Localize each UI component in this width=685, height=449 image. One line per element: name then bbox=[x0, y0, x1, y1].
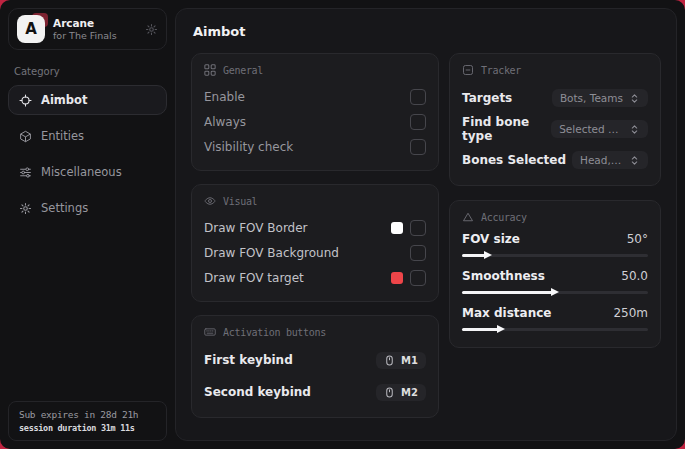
row-label: Second keybind bbox=[204, 385, 311, 399]
first-keybind-button[interactable]: M1 bbox=[376, 352, 426, 369]
sidebar-item-label: Miscellaneous bbox=[41, 165, 122, 179]
category-label: Category bbox=[14, 66, 161, 77]
fov-background-checkbox[interactable] bbox=[410, 245, 426, 261]
gear-icon bbox=[19, 202, 32, 215]
sliders-icon bbox=[19, 166, 32, 179]
content-columns: General Enable Always Visibility check bbox=[191, 53, 661, 418]
tracker-card-title: Tracker bbox=[481, 65, 521, 76]
general-card-header: General bbox=[204, 64, 426, 76]
visual-row-fov-background: Draw FOV Background bbox=[204, 241, 426, 264]
sidebar-item-aimbot[interactable]: Aimbot bbox=[8, 85, 167, 115]
slider-label: FOV size bbox=[462, 232, 520, 246]
activation-buttons-card: Activation buttons First keybind M1 bbox=[191, 315, 439, 418]
app-name: Arcane bbox=[53, 17, 117, 30]
dropdown-value: Selected bone bbox=[559, 123, 623, 135]
always-checkbox[interactable] bbox=[410, 114, 426, 130]
fov-border-color-swatch[interactable] bbox=[391, 222, 403, 234]
row-label: Draw FOV target bbox=[204, 271, 304, 285]
dropdown-value: Head, Neck, Body, Pe.. bbox=[580, 154, 623, 166]
enable-checkbox[interactable] bbox=[410, 89, 426, 105]
visual-row-fov-target: Draw FOV target bbox=[204, 266, 426, 289]
mouse-icon bbox=[384, 355, 395, 366]
max-distance-slider[interactable] bbox=[462, 328, 648, 331]
crosshair-icon bbox=[19, 94, 32, 107]
row-label: Visibility check bbox=[204, 140, 293, 154]
sidebar-item-label: Settings bbox=[41, 201, 88, 215]
targets-dropdown[interactable]: Bots, Teams bbox=[552, 89, 648, 107]
slider-fill bbox=[462, 291, 555, 294]
row-label: Targets bbox=[462, 91, 512, 105]
bones-selected-row: Bones Selected Head, Neck, Body, Pe.. bbox=[462, 147, 648, 173]
targets-row: Targets Bots, Teams bbox=[462, 85, 648, 111]
fov-border-checkbox[interactable] bbox=[410, 220, 426, 236]
logo-letter: A bbox=[17, 15, 45, 43]
visual-card-header: Visual bbox=[204, 195, 426, 207]
accuracy-card: Accuracy FOV size 50° bbox=[449, 200, 661, 348]
sidebar-item-miscellaneous[interactable]: Miscellaneous bbox=[8, 157, 167, 187]
max-distance-value: 250m bbox=[613, 306, 648, 320]
general-row-always: Always bbox=[204, 110, 426, 133]
accuracy-card-header: Accuracy bbox=[462, 211, 648, 223]
slider-thumb[interactable] bbox=[484, 251, 492, 259]
bones-selected-dropdown[interactable]: Head, Neck, Body, Pe.. bbox=[572, 151, 648, 169]
app-window: A Arcane for The Finals Category bbox=[0, 0, 685, 449]
triangle-icon bbox=[462, 211, 474, 223]
chevrons-up-down-icon bbox=[629, 93, 640, 104]
second-keybind-button[interactable]: M2 bbox=[376, 384, 426, 401]
eye-icon bbox=[204, 195, 216, 207]
row-label: Enable bbox=[204, 90, 245, 104]
app-logo: A bbox=[17, 15, 45, 43]
sidebar-item-label: Entities bbox=[41, 129, 84, 143]
brand-card: A Arcane for The Finals bbox=[8, 8, 167, 50]
activation-card-header: Activation buttons bbox=[204, 326, 426, 338]
left-column: General Enable Always Visibility check bbox=[191, 53, 439, 418]
second-keybind-row: Second keybind M2 bbox=[204, 379, 426, 405]
app-subtitle: for The Finals bbox=[53, 30, 117, 42]
visual-card-title: Visual bbox=[223, 196, 257, 207]
fov-target-color-swatch[interactable] bbox=[391, 272, 403, 284]
visibility-check-checkbox[interactable] bbox=[410, 139, 426, 155]
slider-thumb[interactable] bbox=[497, 325, 505, 333]
page-title: Aimbot bbox=[193, 24, 661, 39]
sidebar-item-settings[interactable]: Settings bbox=[8, 193, 167, 223]
subscription-info: Sub expires in 28d 21h session duration … bbox=[8, 401, 167, 441]
row-label: Bones Selected bbox=[462, 153, 566, 167]
mouse-icon bbox=[384, 387, 395, 398]
sidebar: A Arcane for The Finals Category bbox=[0, 0, 175, 449]
general-card-title: General bbox=[223, 65, 263, 76]
find-bone-type-row: Find bone type Selected bone bbox=[462, 115, 648, 143]
max-distance-group: Max distance 250m bbox=[462, 306, 648, 331]
sidebar-nav: Aimbot Entities Miscellaneous bbox=[8, 85, 167, 229]
row-label: Draw FOV Border bbox=[204, 221, 308, 235]
visual-row-fov-border: Draw FOV Border bbox=[204, 216, 426, 239]
row-label: First keybind bbox=[204, 353, 293, 367]
grid-icon bbox=[204, 64, 216, 76]
row-label: Draw FOV Background bbox=[204, 246, 339, 260]
slider-thumb[interactable] bbox=[551, 288, 559, 296]
accuracy-card-title: Accuracy bbox=[481, 212, 527, 223]
smoothness-slider[interactable] bbox=[462, 291, 648, 294]
first-keybind-row: First keybind M1 bbox=[204, 347, 426, 373]
brand-text: Arcane for The Finals bbox=[53, 17, 117, 42]
slider-label: Max distance bbox=[462, 306, 551, 320]
fov-size-group: FOV size 50° bbox=[462, 232, 648, 257]
fov-target-checkbox[interactable] bbox=[410, 270, 426, 286]
chevrons-up-down-icon bbox=[629, 155, 640, 166]
activation-card-title: Activation buttons bbox=[223, 327, 326, 338]
sub-expiry-text: Sub expires in 28d 21h bbox=[19, 409, 156, 420]
right-column: Tracker Targets Bots, Teams bbox=[449, 53, 661, 348]
row-label: Find bone type bbox=[462, 115, 551, 143]
find-bone-type-dropdown[interactable]: Selected bone bbox=[551, 120, 648, 138]
keyboard-icon bbox=[204, 326, 216, 338]
row-label: Always bbox=[204, 115, 246, 129]
fov-size-slider[interactable] bbox=[462, 254, 648, 257]
session-duration-text: session duration 31m 11s bbox=[19, 423, 156, 433]
brand-gear-icon[interactable] bbox=[145, 23, 158, 36]
focus-icon bbox=[462, 64, 474, 76]
keybind-value: M1 bbox=[401, 355, 418, 366]
sidebar-item-label: Aimbot bbox=[41, 93, 87, 107]
tracker-card-header: Tracker bbox=[462, 64, 648, 76]
smoothness-value: 50.0 bbox=[621, 269, 648, 283]
fov-size-value: 50° bbox=[627, 232, 648, 246]
sidebar-item-entities[interactable]: Entities bbox=[8, 121, 167, 151]
